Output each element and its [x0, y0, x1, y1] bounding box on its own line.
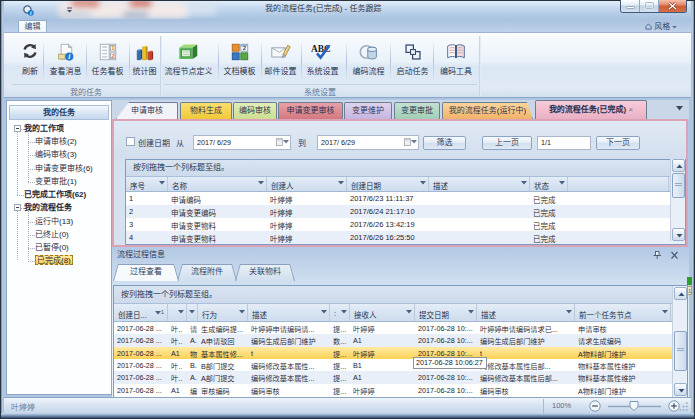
svg-text:2: 2: [242, 45, 245, 51]
svg-text:2: 2: [111, 53, 114, 59]
